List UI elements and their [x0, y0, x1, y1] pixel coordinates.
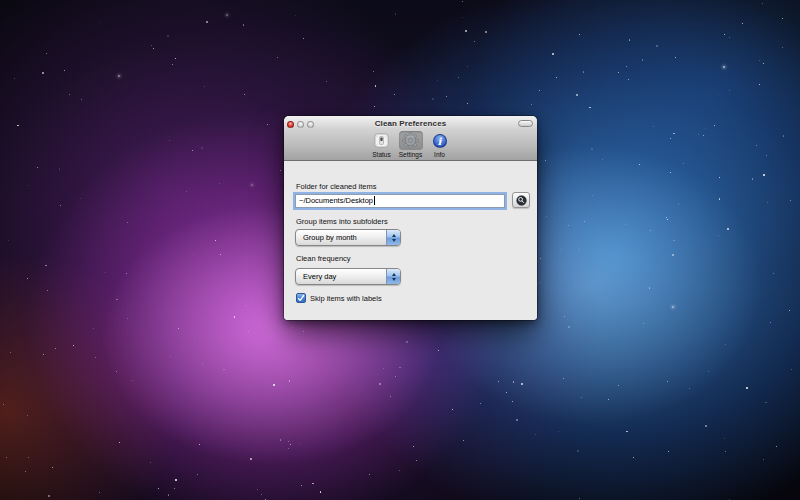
preferences-window: Clean Preferences Status — [284, 116, 537, 320]
text-caret — [374, 196, 375, 205]
search-icon — [516, 195, 527, 206]
group-label: Group items into subfolders — [296, 217, 388, 226]
toolbar-toggle-button[interactable] — [518, 120, 533, 127]
frequency-value: Every day — [303, 272, 336, 281]
skip-labels-row: Skip items with labels — [296, 293, 382, 303]
toolbar-item-info[interactable]: i Info — [428, 129, 452, 158]
toolbar: Status — [284, 129, 537, 161]
up-down-arrows-icon — [386, 269, 400, 284]
titlebar[interactable]: Clean Preferences — [284, 116, 537, 130]
desktop-wallpaper: Clean Preferences Status — [0, 0, 800, 500]
info-icon: i — [433, 134, 447, 148]
group-by-value: Group by month — [303, 233, 357, 242]
toolbar-item-settings[interactable]: Settings — [399, 129, 423, 158]
frequency-label: Clean frequency — [296, 254, 351, 263]
skip-checkbox-label[interactable]: Skip items with labels — [310, 294, 382, 303]
toolbar-item-label: Settings — [399, 151, 423, 158]
browse-button[interactable] — [512, 192, 530, 208]
gear-icon — [402, 132, 419, 149]
window-header: Clean Preferences Status — [284, 116, 537, 161]
up-down-arrows-icon — [386, 230, 400, 245]
settings-pane: Folder for cleaned items ~/Documents/Des… — [284, 162, 537, 320]
folder-path-input[interactable]: ~/Documents/Desktop — [295, 194, 505, 208]
folder-path-value: ~/Documents/Desktop — [299, 196, 373, 205]
group-by-dropdown[interactable]: Group by month — [295, 229, 401, 246]
toolbar-item-label: Info — [434, 151, 445, 158]
folder-label: Folder for cleaned items — [296, 182, 376, 191]
checkmark-icon — [297, 294, 305, 303]
skip-checkbox[interactable] — [296, 293, 306, 303]
frequency-dropdown[interactable]: Every day — [295, 268, 401, 285]
toolbar-item-label: Status — [372, 151, 390, 158]
window-title: Clean Preferences — [284, 119, 537, 128]
light-switch-icon — [374, 133, 389, 148]
toolbar-item-status[interactable]: Status — [370, 129, 394, 158]
